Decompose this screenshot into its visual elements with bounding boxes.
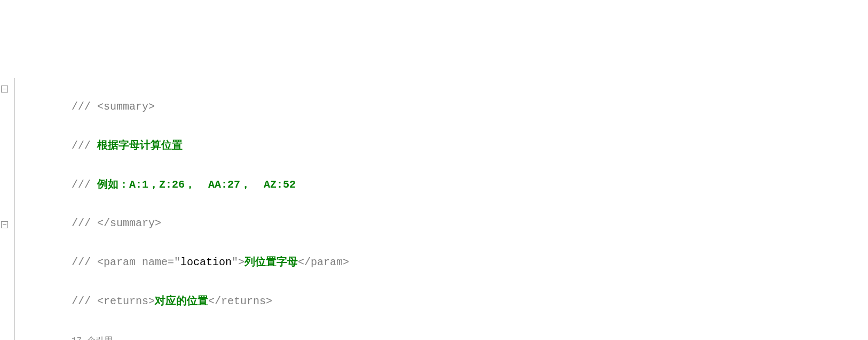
fold-toggle-icon[interactable] (1, 221, 8, 228)
fold-toggle-icon[interactable] (1, 86, 8, 92)
comment-line: /// <param name="location">列位置字母</param> (18, 253, 868, 272)
comment-line: /// <returns>对应的位置</returns> (18, 292, 868, 311)
comment-line: /// <summary> (18, 97, 868, 117)
comment-line: /// </summary> (18, 214, 868, 233)
fold-gutter (0, 78, 15, 340)
code-editor[interactable]: /// <summary> /// 根据字母计算位置 /// 例如：A:1，Z:… (0, 78, 868, 340)
code-content[interactable]: /// <summary> /// 根据字母计算位置 /// 例如：A:1，Z:… (15, 78, 868, 340)
comment-line: /// 例如：A:1，Z:26， AA:27， AZ:52 (18, 175, 868, 195)
codelens-references[interactable]: 17 个引用 (18, 331, 868, 340)
comment-line: /// 根据字母计算位置 (18, 136, 868, 156)
